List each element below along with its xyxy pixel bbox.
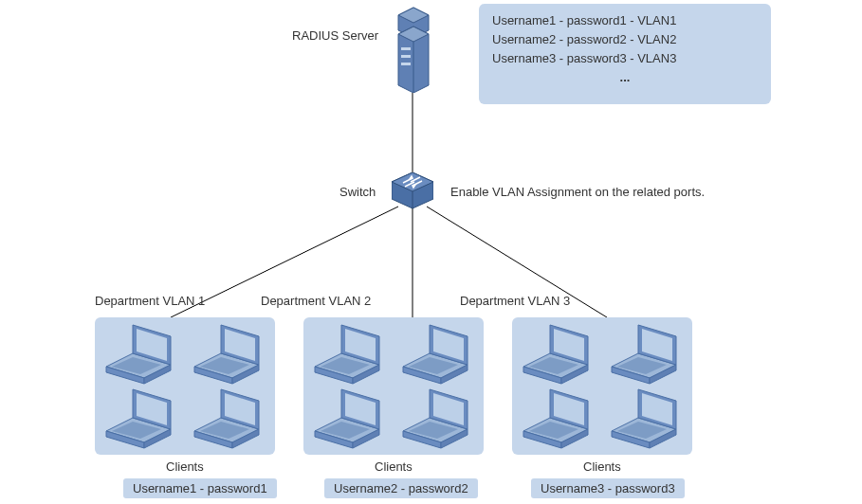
cred-box-2: Username2 - password2 (324, 478, 478, 498)
cred-box-3: Username3 - password3 (531, 478, 685, 498)
clients-panel-2 (303, 317, 484, 455)
radius-server-icon (393, 6, 434, 96)
radius-server-label: RADIUS Server (292, 28, 378, 43)
clients-panel-3 (512, 317, 692, 455)
svg-rect-11 (401, 63, 411, 65)
radius-entry: Username1 - password1 - VLAN1 (492, 11, 758, 30)
svg-rect-9 (401, 47, 411, 50)
radius-entry-more: ... (492, 68, 758, 87)
dept-label-2: Department VLAN 2 (261, 294, 371, 308)
radius-config-panel: Username1 - password1 - VLAN1 Username2 … (479, 4, 771, 104)
switch-icon (392, 172, 433, 213)
clients-panel-1 (95, 317, 275, 455)
dept-label-1: Department VLAN 1 (95, 294, 205, 308)
radius-entry: Username3 - password3 - VLAN3 (492, 49, 758, 68)
clients-label-3: Clients (583, 459, 621, 474)
dept-label-3: Department VLAN 3 (460, 294, 570, 308)
switch-note: Enable VLAN Assignment on the related po… (450, 185, 705, 199)
clients-label-1: Clients (166, 459, 204, 474)
cred-box-1: Username1 - password1 (123, 478, 277, 498)
clients-label-2: Clients (375, 459, 413, 474)
radius-entry: Username2 - password2 - VLAN2 (492, 30, 758, 49)
svg-rect-10 (401, 55, 411, 58)
switch-label: Switch (339, 185, 376, 199)
